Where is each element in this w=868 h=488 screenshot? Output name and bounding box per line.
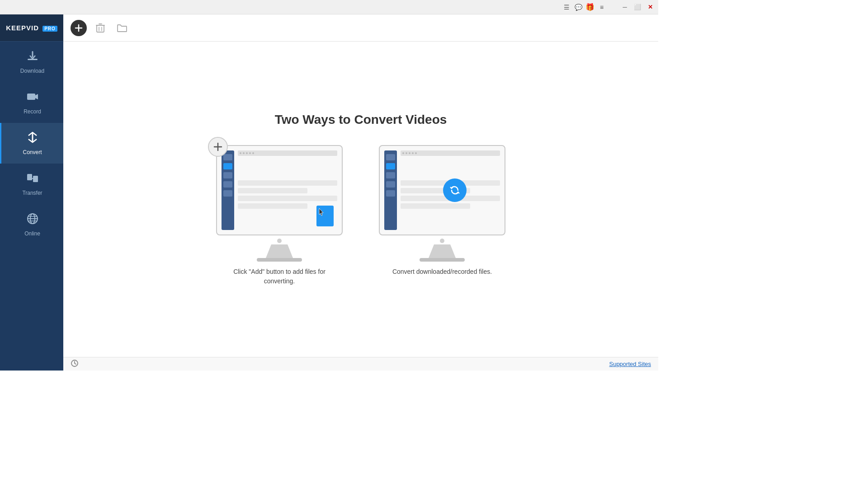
sidebar-item-record[interactable]: Record: [0, 82, 63, 123]
logo-area: KEEPVID PRO: [0, 14, 63, 42]
close-button[interactable]: ✕: [646, 3, 655, 12]
supported-sites-link[interactable]: Supported Sites: [609, 361, 651, 367]
screen-sidebar-row-2: [223, 163, 232, 169]
screen-topbar-2: [401, 150, 500, 156]
sidebar-bottom: [0, 366, 63, 371]
cards-row: Click "Add" button to add files for conv…: [216, 145, 505, 286]
dot5: [252, 152, 254, 154]
history-icon[interactable]: [71, 359, 79, 369]
monitor-base-2: [420, 258, 465, 262]
screen-sidebar-row-3: [223, 172, 232, 178]
cursor-icon: [318, 207, 325, 218]
svg-rect-4: [27, 174, 32, 180]
screen-content-1: [217, 146, 342, 235]
screen-sidebar-row-5: [223, 190, 232, 197]
monitor-stand-1: [266, 244, 293, 258]
screen-sidebar-2-row-3: [386, 172, 395, 178]
sidebar-item-online[interactable]: Online: [0, 204, 63, 245]
sidebar-item-label-convert: Convert: [23, 149, 42, 155]
screen-topbar-1: [238, 150, 337, 156]
record-icon: [26, 90, 39, 106]
svg-rect-2: [27, 94, 35, 100]
screen-sidebar-2-row-2: [386, 163, 395, 169]
add-files-icon: [208, 137, 228, 157]
logo-name: KEEPVID: [6, 24, 39, 32]
monitor-dot-1: [277, 239, 282, 243]
title-bar-icons: ☰ 💬 🎁 ≡ ─ ⬜ ✕: [562, 3, 655, 12]
sidebar-item-convert[interactable]: Convert: [0, 123, 63, 164]
card2-caption: Convert downloaded/recorded files.: [392, 267, 492, 277]
sidebar-item-label-transfer: Transfer: [22, 190, 42, 196]
dot2-5: [415, 152, 417, 154]
card2-monitor-wrapper: [379, 145, 505, 262]
app-body: KEEPVID PRO Download Record: [0, 14, 658, 371]
sidebar-item-label-record: Record: [24, 108, 41, 115]
sidebar-item-label-download: Download: [20, 68, 44, 74]
transfer-icon: [26, 172, 39, 187]
delete-button[interactable]: [92, 20, 108, 36]
screen-row-1: [238, 180, 337, 186]
folder-button[interactable]: [114, 20, 130, 36]
screen-content-2: [380, 146, 505, 235]
screen-main-2: [401, 150, 500, 230]
dot2-4: [412, 152, 414, 154]
monitor-card2: [379, 145, 505, 235]
dot3: [246, 152, 248, 154]
convert-downloaded-icon: [443, 178, 467, 202]
screen-row-2: [238, 188, 307, 193]
toolbar: [63, 14, 658, 42]
online-icon: [26, 212, 39, 228]
monitor-bottom-1: [216, 237, 343, 262]
screen-row-3: [238, 196, 337, 201]
status-bar: Supported Sites: [63, 357, 658, 371]
card-add-files: Click "Add" button to add files for conv…: [216, 145, 343, 286]
dot2-2: [406, 152, 407, 154]
title-bar: ☰ 💬 🎁 ≡ ─ ⬜ ✕: [0, 0, 658, 14]
screen-sidebar-row-1: [223, 154, 232, 160]
add-button[interactable]: [71, 20, 87, 36]
svg-rect-13: [97, 25, 104, 32]
gift-icon[interactable]: 🎁: [586, 3, 594, 11]
screen-sidebar-2: [384, 150, 397, 230]
screen-sidebar-2-row-1: [386, 154, 395, 160]
screen-main-1: [238, 150, 337, 230]
dot2-1: [402, 152, 404, 154]
card1-caption: Click "Add" button to add files for conv…: [225, 267, 334, 286]
screen-sidebar-1: [222, 150, 234, 230]
dot1: [240, 152, 241, 154]
qq-icon[interactable]: 💬: [574, 3, 582, 11]
dot2: [243, 152, 245, 154]
dot4: [249, 152, 251, 154]
sidebar-item-label-online: Online: [24, 230, 40, 237]
sidebar-item-download[interactable]: Download: [0, 42, 63, 82]
screen-sidebar-2-row-5: [386, 190, 395, 197]
svg-rect-3: [32, 132, 33, 142]
logo: KEEPVID PRO: [6, 24, 57, 32]
hamburger-icon[interactable]: ≡: [598, 3, 606, 11]
content-area: Two Ways to Convert Videos: [63, 42, 658, 357]
monitor-stand-2: [429, 244, 456, 258]
maximize-button[interactable]: ⬜: [633, 3, 642, 12]
screen-row-2-4: [401, 203, 470, 209]
monitor-base-1: [257, 258, 302, 262]
screen-sidebar-2-row-4: [386, 181, 395, 188]
convert-icon: [26, 131, 39, 146]
dot2-3: [409, 152, 410, 154]
card-convert-downloaded: Convert downloaded/recorded files.: [379, 145, 505, 277]
screen-row-4: [238, 203, 307, 209]
logo-badge: PRO: [42, 26, 57, 32]
page-heading: Two Ways to Convert Videos: [275, 113, 447, 127]
download-icon: [26, 50, 39, 65]
screen-sidebar-row-4: [223, 181, 232, 188]
minimize-button[interactable]: ─: [620, 3, 629, 12]
monitor-dot-2: [440, 239, 444, 243]
card1-monitor-wrapper: [216, 145, 343, 262]
monitor-card1: [216, 145, 343, 235]
menu-icon[interactable]: ☰: [562, 3, 571, 11]
monitor-bottom-2: [379, 237, 505, 262]
sidebar-item-transfer[interactable]: Transfer: [0, 164, 63, 204]
main-content: Two Ways to Convert Videos: [63, 14, 658, 371]
svg-rect-1: [32, 51, 33, 57]
sidebar: KEEPVID PRO Download Record: [0, 14, 63, 371]
